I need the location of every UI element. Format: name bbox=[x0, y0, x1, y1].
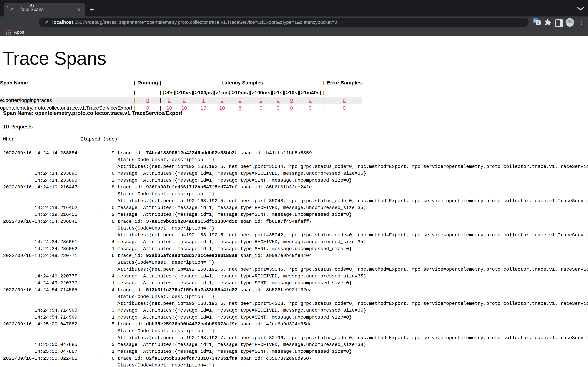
column-divider: | bbox=[158, 78, 163, 86]
reload-button[interactable]: ↻ bbox=[27, 2, 36, 10]
latency-count-link[interactable]: 1 bbox=[202, 97, 205, 103]
url-path: :55679/debug/tracez?zspanname=openteleme… bbox=[73, 19, 337, 25]
error-count-cell: 0 bbox=[326, 104, 362, 112]
latency-count-link[interactable]: 10 bbox=[181, 105, 187, 111]
latency-count-link[interactable]: 0 bbox=[290, 105, 293, 111]
tab-strip: Trace Spans ✕ + bbox=[0, 0, 588, 17]
latency-bucket-label: [>100µs] bbox=[193, 86, 214, 97]
latency-count-cell: 0 bbox=[272, 97, 284, 104]
latency-bucket-label: [>0s] bbox=[163, 86, 175, 97]
latency-count-link[interactable]: 0 bbox=[183, 97, 186, 103]
column-divider: | bbox=[132, 97, 137, 104]
latency-count-cell: 0 bbox=[214, 97, 230, 104]
selected-span-heading: Span Name: opentelemetry.proto.collector… bbox=[3, 110, 182, 116]
tab-close-icon[interactable]: ✕ bbox=[77, 8, 81, 12]
new-tab-button[interactable]: + bbox=[88, 6, 96, 14]
table-header-row: Span Name | Running | Latency Samples | … bbox=[0, 78, 362, 86]
request-count-label: 10 Requests bbox=[3, 124, 33, 130]
side-panel-fill bbox=[560, 20, 562, 26]
latency-count-cell: 0 bbox=[250, 104, 272, 112]
latency-count-link[interactable]: 10 bbox=[166, 105, 172, 111]
running-count-cell: 0 bbox=[137, 97, 158, 104]
request-log: When Elapsed (sec) ---------------------… bbox=[3, 136, 588, 367]
latency-bucket-label: [>10ms] bbox=[230, 86, 250, 97]
latency-count-link[interactable]: 5 bbox=[239, 105, 242, 111]
latency-count-cell: 0 bbox=[163, 97, 175, 104]
span-name-cell: exporter/logging/traces bbox=[0, 97, 132, 104]
latency-count-cell: 0 bbox=[250, 97, 272, 104]
latency-count-cell: 0 bbox=[299, 104, 321, 112]
latency-count-link[interactable]: 0 bbox=[239, 97, 242, 103]
latency-count-link[interactable]: 0 bbox=[309, 97, 312, 103]
col-latency-samples: Latency Samples bbox=[163, 78, 321, 86]
latency-count-cell: 0 bbox=[299, 97, 321, 104]
avatar-head bbox=[568, 19, 571, 23]
latency-count-cell: 0 bbox=[230, 97, 250, 104]
url-host: localhost bbox=[52, 19, 73, 25]
avatar[interactable] bbox=[566, 18, 574, 27]
error-count-link[interactable]: 0 bbox=[343, 105, 346, 111]
translate-icon[interactable]: G 文 bbox=[533, 18, 541, 26]
column-divider: | bbox=[158, 86, 163, 97]
forward-button[interactable]: → bbox=[16, 2, 25, 10]
column-divider: | bbox=[321, 104, 326, 112]
kebab-menu-icon[interactable]: ⋮ bbox=[578, 18, 585, 26]
latency-count-cell: 0 bbox=[175, 97, 193, 104]
latency-bucket-label: [>10µs] bbox=[175, 86, 193, 97]
latency-bucket-label: [>10s] bbox=[284, 86, 299, 97]
latency-count-link[interactable]: 0 bbox=[277, 97, 279, 103]
column-divider: | bbox=[132, 86, 137, 97]
latency-count-cell: 0 bbox=[284, 97, 299, 104]
latency-count-cell: 0 bbox=[284, 104, 299, 112]
latency-bucket-label: [>100ms] bbox=[250, 86, 272, 97]
bookmarks-bar: Apps bbox=[0, 28, 588, 36]
column-divider: | bbox=[321, 86, 326, 97]
latency-count-link[interactable]: 0 bbox=[277, 105, 279, 111]
latency-count-cell: 1 bbox=[193, 97, 214, 104]
latency-count-link[interactable]: 0 bbox=[259, 97, 262, 103]
latency-bucket-label: [>1s] bbox=[272, 86, 284, 97]
address-bar[interactable]: localhost:55679/debug/tracez?zspanname=o… bbox=[39, 18, 529, 27]
column-divider: | bbox=[158, 97, 163, 104]
latency-bucket-label: [>1ms] bbox=[214, 86, 230, 97]
tab-title: Trace Spans bbox=[18, 7, 77, 12]
span-summary-table: Span Name | Running | Latency Samples | … bbox=[0, 78, 362, 112]
latency-bucket-label: [>1m40s] bbox=[299, 86, 321, 97]
running-count-link[interactable]: 0 bbox=[146, 97, 149, 103]
latency-count-link[interactable]: 0 bbox=[290, 97, 293, 103]
error-count-cell: 0 bbox=[326, 97, 362, 104]
col-running: Running bbox=[137, 78, 158, 86]
column-divider: | bbox=[321, 78, 326, 86]
otel-site-icon bbox=[44, 20, 49, 25]
latency-count-cell: 0 bbox=[272, 104, 284, 112]
latency-count-cell: 10 bbox=[214, 104, 230, 112]
latency-count-link[interactable]: 0 bbox=[221, 97, 224, 103]
col-span-name: Span Name bbox=[0, 78, 132, 86]
col-error-samples: Error Samples bbox=[326, 78, 362, 86]
back-button[interactable]: ← bbox=[4, 2, 13, 10]
latency-count-link[interactable]: 10 bbox=[219, 105, 225, 111]
translate-char-badge: 文 bbox=[536, 20, 541, 25]
latency-bucket-header-row: | | [>0s][>10µs][>100µs][>1ms][>10ms][>1… bbox=[0, 86, 362, 97]
span-row: exporter/logging/traces|0|001000000|0 bbox=[0, 97, 362, 104]
running-count-link[interactable]: 0 bbox=[146, 105, 149, 111]
extensions-puzzle-icon[interactable] bbox=[544, 19, 551, 26]
apps-bookmark[interactable]: Apps bbox=[14, 30, 24, 35]
apps-grid-icon[interactable] bbox=[6, 30, 11, 35]
latency-count-cell: 5 bbox=[230, 104, 250, 112]
latency-count-cell: 10 bbox=[193, 104, 214, 112]
browser-window: Trace Spans ✕ + ← → ↻ localhost:55679/de… bbox=[0, 0, 588, 367]
page-title: Trace Spans bbox=[3, 49, 106, 68]
latency-count-link[interactable]: 0 bbox=[168, 97, 171, 103]
latency-count-link[interactable]: 0 bbox=[259, 105, 262, 111]
url-text: localhost:55679/debug/tracez?zspanname=o… bbox=[52, 19, 337, 25]
column-divider: | bbox=[321, 97, 326, 104]
column-divider: | bbox=[132, 78, 137, 86]
latency-count-link[interactable]: 10 bbox=[201, 105, 206, 111]
error-count-link[interactable]: 0 bbox=[343, 97, 346, 103]
latency-count-link[interactable]: 0 bbox=[309, 105, 312, 111]
side-panel-icon[interactable] bbox=[555, 19, 563, 27]
chevron-down-icon[interactable] bbox=[577, 6, 584, 11]
